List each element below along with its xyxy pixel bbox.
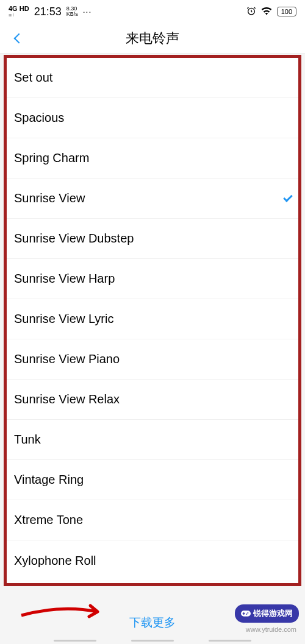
- ringtone-label: Spring Charm: [14, 151, 89, 165]
- footer-area: 下载更多 锐得游戏网 www.ytruide.com: [0, 586, 305, 644]
- check-icon: [283, 193, 293, 202]
- gamepad-icon: [241, 609, 251, 618]
- ringtone-label: Xylophone Roll: [14, 554, 96, 568]
- ringtone-label: Set out: [14, 71, 52, 85]
- status-bar: 4G HD ıııl 21:53 8.30 KB/s ··· 100: [0, 0, 305, 23]
- back-button[interactable]: [9, 29, 27, 48]
- page-header: 来电铃声: [0, 23, 305, 54]
- status-left: 4G HD ıııl 21:53 8.30 KB/s ···: [9, 5, 92, 18]
- ringtone-label: Sunrise View Piano: [14, 352, 120, 366]
- chevron-left-icon: [14, 33, 24, 43]
- more-dots: ···: [83, 7, 92, 16]
- ringtone-item[interactable]: Sunrise View Relax: [7, 380, 298, 420]
- ringtone-item[interactable]: Sunrise View Piano: [7, 339, 298, 380]
- arrow-annotation: [18, 598, 110, 623]
- ringtone-label: Vintage Ring: [14, 473, 84, 487]
- alarm-icon: [246, 6, 256, 18]
- status-right: 100: [246, 6, 296, 18]
- ringtone-item[interactable]: Xtreme Tone: [7, 500, 298, 540]
- ringtone-label: Sunrise View Lyric: [14, 312, 113, 326]
- ringtone-item[interactable]: Spacious: [7, 98, 298, 138]
- android-nav-bar: [0, 637, 305, 644]
- ringtone-item[interactable]: Sunrise View: [7, 179, 298, 219]
- watermark-badge: 锐得游戏网: [235, 604, 299, 623]
- ringtone-label: Xtreme Tone: [14, 513, 83, 527]
- clock: 21:53: [34, 5, 62, 18]
- page-title: 来电铃声: [0, 29, 305, 48]
- ringtone-label: Sunrise View Dubstep: [14, 232, 134, 246]
- battery-indicator: 100: [277, 7, 296, 16]
- watermark-text: 锐得游戏网: [253, 608, 293, 619]
- ringtone-label: Spacious: [14, 111, 64, 125]
- signal-bars: ıııl: [9, 12, 29, 18]
- ringtone-item[interactable]: Sunrise View Dubstep: [7, 219, 298, 259]
- ringtone-item[interactable]: Set out: [7, 58, 298, 98]
- network-indicator: 4G HD ıııl: [9, 5, 29, 18]
- nav-segment[interactable]: [54, 640, 96, 642]
- ringtone-label: Sunrise View Harp: [14, 272, 115, 286]
- ringtone-item[interactable]: Spring Charm: [7, 138, 298, 179]
- nav-segment[interactable]: [209, 640, 251, 642]
- ringtone-item[interactable]: Sunrise View Lyric: [7, 299, 298, 339]
- network-type: 4G HD: [9, 5, 29, 12]
- download-more-button[interactable]: 下载更多: [129, 615, 176, 631]
- ringtone-item[interactable]: Vintage Ring: [7, 460, 298, 500]
- ringtone-label: Sunrise View Relax: [14, 392, 120, 406]
- nav-segment[interactable]: [131, 640, 174, 642]
- speed-unit: KB/s: [66, 12, 78, 17]
- highlight-frame: Set outSpaciousSpring CharmSunrise ViewS…: [4, 55, 301, 586]
- ringtone-label: Sunrise View: [14, 191, 85, 205]
- ringtone-label: Tunk: [14, 433, 41, 447]
- ringtone-list[interactable]: Set outSpaciousSpring CharmSunrise ViewS…: [7, 58, 298, 583]
- ringtone-item[interactable]: Tunk: [7, 420, 298, 460]
- wifi-icon: [261, 7, 272, 17]
- ringtone-item[interactable]: Xylophone Roll: [7, 540, 298, 581]
- watermark-url: www.ytruide.com: [246, 626, 296, 633]
- data-speed: 8.30 KB/s: [66, 6, 78, 17]
- ringtone-item[interactable]: Sunrise View Harp: [7, 259, 298, 299]
